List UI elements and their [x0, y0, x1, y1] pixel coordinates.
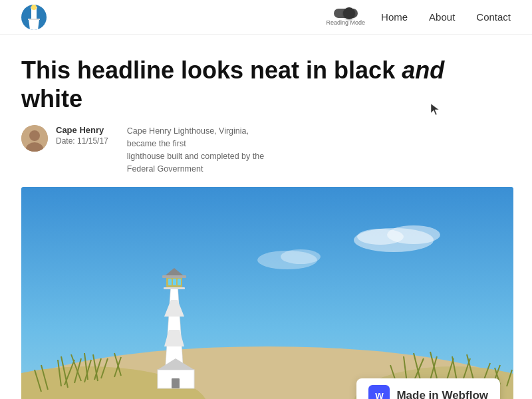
reading-mode-toggle-wrapper: Reading Mode [327, 9, 366, 26]
svg-point-15 [281, 249, 321, 264]
article-image: w Made in Webflow [21, 187, 513, 399]
author-avatar [21, 125, 48, 152]
svg-rect-55 [162, 275, 186, 278]
author-info: Cape Henry Date: 11/15/17 [56, 125, 108, 146]
date-label: Date: [56, 136, 75, 146]
svg-rect-53 [173, 279, 176, 285]
logo[interactable] [21, 5, 47, 30]
webflow-badge[interactable]: w Made in Webflow [356, 378, 500, 399]
header: Reading Mode Home About Contact [0, 0, 532, 35]
caption-line1: Cape Henry Lighthouse, Virginia, became … [127, 126, 249, 148]
author-row: Cape Henry Date: 11/15/17 Cape Henry Lig… [21, 125, 511, 175]
svg-point-13 [357, 229, 404, 245]
article-headline: This headline looks neat in black and wh… [21, 56, 511, 113]
svg-rect-4 [28, 19, 40, 20]
headline-italic: and [402, 57, 444, 84]
toggle-knob [343, 7, 355, 19]
nav-about[interactable]: About [429, 11, 455, 23]
svg-rect-54 [178, 279, 181, 285]
svg-rect-52 [168, 279, 172, 285]
nav-home[interactable]: Home [381, 11, 408, 23]
author-name: Cape Henry [56, 125, 108, 135]
svg-rect-56 [164, 287, 185, 289]
webflow-icon: w [368, 385, 390, 399]
main-content: This headline looks neat in black and wh… [0, 35, 532, 399]
nav-contact[interactable]: Contact [476, 11, 511, 23]
svg-marker-3 [29, 19, 39, 30]
reading-mode-label: Reading Mode [327, 19, 366, 26]
caption-line2: lighthouse built and completed by the Fe… [127, 152, 264, 174]
author-date: Date: 11/15/17 [56, 136, 108, 146]
webflow-badge-label: Made in Webflow [396, 389, 488, 399]
svg-point-5 [31, 5, 37, 10]
nav: Home About Contact [381, 11, 511, 23]
reading-mode-toggle[interactable] [334, 9, 358, 18]
headline-text-2: white [21, 85, 82, 112]
svg-point-8 [29, 130, 40, 141]
webflow-icon-letter: w [375, 390, 383, 399]
headline-text-1: This headline looks neat in black [21, 57, 402, 84]
svg-rect-59 [172, 378, 180, 388]
author-caption: Cape Henry Lighthouse, Virginia, became … [127, 125, 273, 175]
date-value: 11/15/17 [77, 136, 108, 146]
